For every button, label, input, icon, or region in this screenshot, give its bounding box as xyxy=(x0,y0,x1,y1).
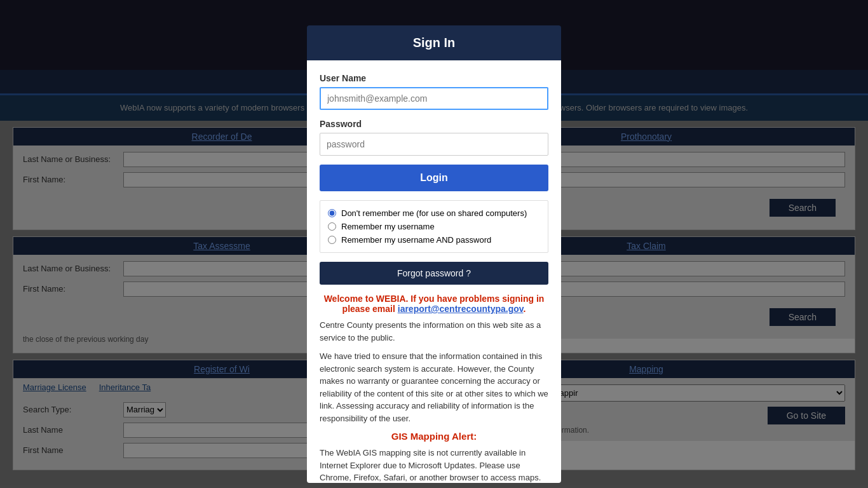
sign-in-modal: Sign In User Name Password Login Don't r… xyxy=(307,25,561,483)
password-label: Password xyxy=(320,119,548,129)
modal-header: Sign In xyxy=(307,25,561,60)
login-button[interactable]: Login xyxy=(320,165,548,191)
gis-alert-title: GIS Mapping Alert: xyxy=(320,431,548,442)
radio-dont-remember-label: Don't remember me (for use on shared com… xyxy=(341,208,527,218)
radio-dont-remember: Don't remember me (for use on shared com… xyxy=(328,208,540,218)
modal-body: User Name Password Login Don't remember … xyxy=(307,60,561,483)
info-text-2: We have tried to ensure that the informa… xyxy=(320,350,548,424)
modal-overlay: Sign In User Name Password Login Don't r… xyxy=(0,0,868,488)
radio-remember-username-label: Remember my username xyxy=(341,222,435,231)
welcome-text: Welcome to WEBIA. If you have problems s… xyxy=(320,294,548,314)
radio-dont-remember-input[interactable] xyxy=(328,209,336,217)
username-label: User Name xyxy=(320,73,548,83)
forgot-password-button[interactable]: Forgot password ? xyxy=(320,262,548,285)
gis-alert-text: The WebIA GIS mapping site is not curren… xyxy=(320,447,548,483)
welcome-email-link[interactable]: iareport@centrecountypa.gov xyxy=(398,304,524,314)
username-input[interactable] xyxy=(320,87,548,110)
radio-remember-username-input[interactable] xyxy=(328,222,336,231)
password-input[interactable] xyxy=(320,133,548,156)
info-text-1: Centre County presents the information o… xyxy=(320,319,548,344)
remember-radio-group: Don't remember me (for use on shared com… xyxy=(320,200,548,253)
radio-remember-both-input[interactable] xyxy=(328,236,336,244)
radio-remember-username: Remember my username xyxy=(328,222,540,231)
radio-remember-both: Remember my username AND password xyxy=(328,235,540,245)
radio-remember-both-label: Remember my username AND password xyxy=(341,235,491,245)
